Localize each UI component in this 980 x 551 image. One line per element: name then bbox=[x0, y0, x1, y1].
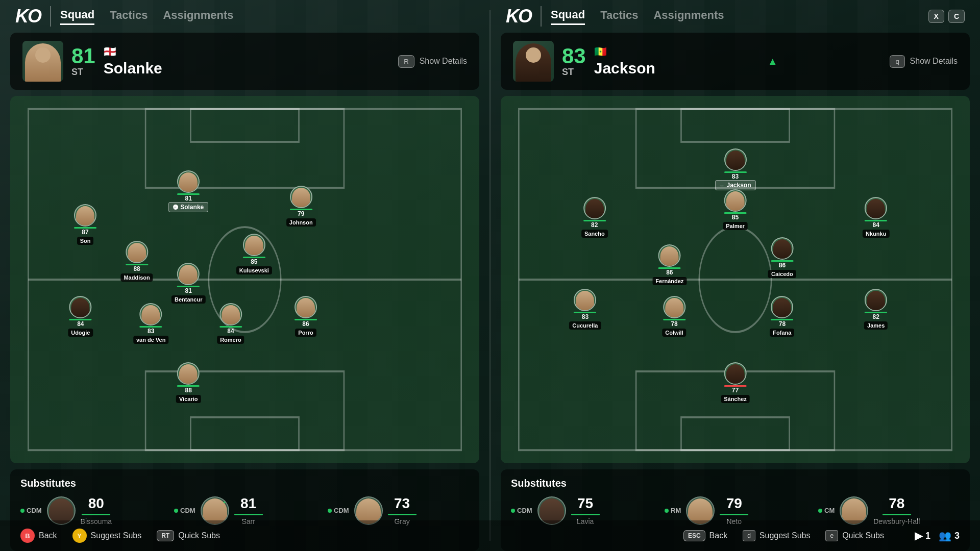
right-pitch-player-jackson[interactable]: 83 ↔ Jackson bbox=[715, 148, 755, 190]
left-suggest-subs-label: Suggest Subs bbox=[91, 531, 142, 540]
right-player-rating: 83 bbox=[562, 45, 586, 67]
left-pitch-player-bentancur[interactable]: 81 Bentancur bbox=[172, 263, 205, 304]
right-pitch-player-sancho[interactable]: 82 Sancho bbox=[581, 197, 608, 238]
right-show-details[interactable]: q Show Details bbox=[890, 55, 958, 68]
left-tab-assignments[interactable]: Assignments bbox=[163, 9, 233, 24]
left-bottom-actions: B Back Y Suggest Subs RT Quick Subs bbox=[20, 529, 220, 543]
left-vicario-name: Vicario bbox=[176, 395, 201, 403]
right-action-quick-subs[interactable]: e Quick Subs bbox=[825, 530, 884, 541]
right-action-suggest-subs[interactable]: d Suggest Subs bbox=[743, 530, 810, 541]
left-sarr-arrow: ▲ bbox=[222, 496, 229, 505]
right-tab-squad[interactable]: Squad bbox=[551, 8, 585, 25]
right-rating-pos: 83 ST bbox=[562, 45, 586, 78]
left-son-rating: 87 bbox=[82, 229, 88, 236]
right-tab-assignments[interactable]: Assignments bbox=[653, 9, 724, 24]
left-pitch-player-son[interactable]: 87 Son bbox=[74, 204, 96, 245]
right-sanchez-rating: 77 bbox=[732, 387, 739, 394]
bottom-right-indicators: ▶ 1 👥 3 bbox=[915, 530, 960, 542]
bottom-bar: B Back Y Suggest Subs RT Quick Subs ESC … bbox=[0, 520, 980, 551]
left-johnson-name: Johnson bbox=[286, 218, 316, 227]
left-bentancur-name: Bentancur bbox=[172, 295, 205, 304]
left-bentancur-avatar bbox=[177, 263, 200, 285]
left-romero-rating: 84 bbox=[227, 328, 234, 335]
right-substitutes-title: Substitutes bbox=[511, 478, 960, 489]
right-pitch-player-fofana[interactable]: 78 Fofana bbox=[770, 296, 794, 337]
left-pitch-player-vicario[interactable]: 88 Vicario bbox=[176, 362, 201, 403]
right-selected-avatar bbox=[513, 41, 554, 82]
right-james-avatar bbox=[865, 289, 887, 311]
right-pitch-player-sanchez[interactable]: 77 Sánchez bbox=[721, 362, 750, 403]
right-btn-e: e bbox=[825, 530, 838, 541]
left-action-suggest-subs[interactable]: Y Suggest Subs bbox=[72, 529, 142, 543]
right-dh-figure bbox=[842, 498, 866, 524]
right-bottom-section: ESC Back d Suggest Subs e Quick Subs ▶ 1… bbox=[683, 530, 960, 542]
left-pitch-player-solanke[interactable]: 81 🅐 Solanke bbox=[168, 170, 208, 212]
right-panel: KO Squad Tactics Assignments X C 83 ST bbox=[491, 0, 980, 551]
left-btn-b: B bbox=[20, 529, 35, 543]
right-tab-tactics[interactable]: Tactics bbox=[600, 9, 638, 24]
right-header-buttons: X C bbox=[928, 10, 965, 23]
right-action-back[interactable]: ESC Back bbox=[683, 530, 727, 541]
left-solanke-sel-icon: 🅐 bbox=[173, 205, 178, 210]
left-action-back[interactable]: B Back bbox=[20, 529, 57, 543]
left-sarr-dot bbox=[174, 509, 178, 513]
left-romero-avatar bbox=[219, 303, 242, 325]
right-pitch-player-cucurella[interactable]: 83 Cucurella bbox=[569, 289, 601, 330]
left-pitch-player-romero[interactable]: 84 Romero bbox=[217, 303, 244, 344]
right-pitch-player-nkunku[interactable]: 84 Nkunku bbox=[863, 197, 889, 238]
left-vicario-rating: 88 bbox=[185, 387, 192, 394]
left-bissouma-dot bbox=[20, 509, 24, 513]
left-sarr-pos: CDM bbox=[180, 507, 195, 514]
right-sanchez-figure bbox=[726, 364, 744, 384]
left-pitch-player-udogie[interactable]: 84 Udogie bbox=[68, 296, 93, 337]
left-gray-rating: 73 bbox=[394, 495, 410, 512]
left-tab-squad[interactable]: Squad bbox=[60, 8, 94, 25]
left-show-details-label: Show Details bbox=[420, 57, 467, 66]
left-pitch-player-maddison[interactable]: 88 Maddison bbox=[120, 241, 153, 282]
right-palmer-avatar bbox=[724, 189, 746, 212]
left-sub-gray-pos-dot: CDM bbox=[328, 507, 349, 514]
right-jackson-selected-badge: ↔ Jackson bbox=[715, 180, 755, 190]
left-gray-pos: CDM bbox=[334, 507, 349, 514]
right-pitch-player-palmer[interactable]: 85 Palmer bbox=[723, 189, 748, 230]
left-show-details[interactable]: R Show Details bbox=[398, 55, 467, 68]
left-action-quick-subs[interactable]: RT Quick Subs bbox=[157, 530, 220, 541]
left-pitch-player-porro[interactable]: 86 Porro bbox=[295, 296, 317, 337]
right-neto-pos: RM bbox=[671, 507, 681, 514]
left-pitch-player-johnson[interactable]: 79 Johnson bbox=[286, 186, 316, 227]
people-count: 3 bbox=[954, 531, 960, 541]
left-maddison-name: Maddison bbox=[120, 273, 153, 282]
right-fernandez-figure bbox=[660, 246, 679, 266]
left-udogie-rating: 84 bbox=[77, 320, 84, 328]
left-son-figure bbox=[76, 206, 94, 226]
left-vandeven-rating: 83 bbox=[148, 328, 154, 335]
right-palmer-name: Palmer bbox=[723, 222, 748, 230]
right-pitch-player-fernandez[interactable]: 86 Fernández bbox=[652, 244, 687, 285]
left-maddison-rating: 88 bbox=[133, 265, 140, 272]
right-colwill-rating: 78 bbox=[671, 320, 677, 328]
left-pitch-player-vandeven[interactable]: 83 van de Ven bbox=[133, 303, 168, 344]
right-dh-pos: CM bbox=[824, 507, 835, 514]
right-pitch-player-james[interactable]: 82 James bbox=[864, 289, 888, 330]
left-player-name-flag: 🏴󠁧󠁢󠁥󠁮󠁧󠁿 Solanke bbox=[104, 45, 162, 77]
right-jackson-figure bbox=[726, 151, 745, 170]
right-player-name: Jackson bbox=[594, 60, 655, 77]
right-pitch-player-colwill[interactable]: 78 Colwill bbox=[662, 296, 686, 337]
left-porro-avatar bbox=[295, 296, 317, 318]
left-gray-bar bbox=[388, 514, 416, 515]
left-tab-tactics[interactable]: Tactics bbox=[110, 9, 148, 24]
right-show-details-key: q bbox=[890, 55, 904, 68]
right-key-x: X bbox=[928, 10, 944, 23]
right-lavia-pos: CDM bbox=[517, 507, 532, 514]
left-udogie-avatar bbox=[69, 296, 92, 318]
left-pitch: 87 Son 81 🅐 Solanke 79 bbox=[10, 96, 479, 463]
left-nav: Squad Tactics Assignments bbox=[60, 8, 234, 25]
right-pitch-player-caicedo[interactable]: 86 Caicedo bbox=[768, 237, 796, 278]
left-selected-player-info: 81 ST 🏴󠁧󠁢󠁥󠁮󠁧󠁿 Solanke bbox=[22, 41, 162, 82]
right-player-flag: 🇸🇳 bbox=[594, 45, 655, 58]
left-quick-subs-label: Quick Subs bbox=[178, 531, 220, 540]
left-pitch-player-kulusevski[interactable]: 85 Kulusevski bbox=[236, 234, 272, 274]
left-kulusevski-figure bbox=[245, 236, 263, 255]
right-selected-card: 83 ST 🇸🇳 Jackson ▲ q Show Details bbox=[501, 33, 970, 90]
right-neto-bar bbox=[720, 514, 748, 515]
